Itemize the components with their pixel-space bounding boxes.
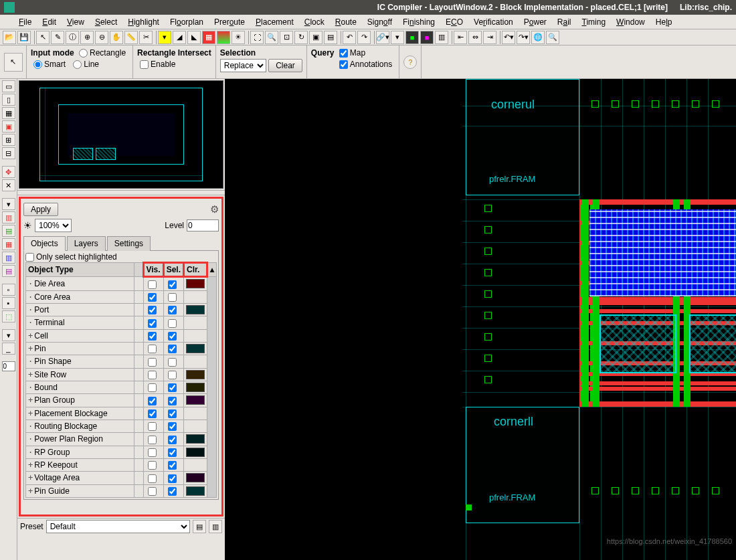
tab-objects[interactable]: Objects (23, 236, 66, 251)
sel-checkbox[interactable] (168, 461, 177, 470)
vis-checkbox[interactable] (148, 409, 157, 418)
redo-view-icon[interactable]: ↷ (357, 31, 371, 44)
grid-icon[interactable]: ▦ (202, 31, 215, 44)
tab-layers[interactable]: Layers (67, 236, 106, 251)
vis-checkbox[interactable] (148, 448, 157, 457)
layer-b-icon[interactable]: ▤ (324, 31, 337, 44)
tool-1-icon[interactable]: ▭ (2, 80, 15, 92)
ruler-icon[interactable]: 📏 (124, 31, 138, 44)
tool-move-icon[interactable]: ✥ (2, 166, 15, 178)
refresh-icon[interactable]: ↻ (294, 31, 308, 44)
layout-canvas[interactable]: cornerul pfrelr.FRAM cornerll pfrelr.FRA… (225, 79, 736, 560)
block-b-icon[interactable]: ■ (420, 31, 434, 44)
table-row[interactable]: +RP Keepout (26, 458, 217, 471)
sel-checkbox[interactable] (168, 448, 177, 457)
clear-hl-icon[interactable]: ◣ (187, 31, 201, 44)
table-row[interactable]: +Plan Group (26, 394, 217, 407)
only-select-highlighted[interactable]: Only select highlighted (25, 252, 117, 262)
save-icon[interactable]: 💾 (17, 31, 31, 44)
menu-verification[interactable]: Verification (468, 16, 519, 28)
color-swatch[interactable] (186, 370, 205, 379)
redo-icon[interactable]: ↷▾ (517, 31, 530, 44)
sel-checkbox[interactable] (168, 474, 177, 483)
menu-timing[interactable]: Timing (577, 16, 612, 28)
table-row[interactable]: ·Power Plan Region (26, 433, 217, 446)
hier-icon[interactable]: ▾ (391, 31, 404, 44)
overview-map[interactable] (19, 80, 223, 189)
menu-clock[interactable]: Clock (299, 16, 330, 28)
query-map[interactable]: Map (337, 48, 368, 58)
vis-checkbox[interactable] (148, 371, 157, 379)
tab-settings[interactable]: Settings (107, 236, 151, 251)
sel-checkbox[interactable] (168, 397, 177, 405)
tool-b-icon[interactable]: ▤ (2, 225, 15, 237)
tool-c-icon[interactable]: ▦ (2, 238, 15, 250)
menu-file[interactable]: File (13, 16, 37, 28)
table-row[interactable]: ·Core Area (26, 290, 217, 303)
rect-intersect-enable[interactable]: Enable (137, 59, 178, 70)
layer-a-icon[interactable]: ▣ (309, 31, 323, 44)
table-row[interactable]: ·Port (26, 303, 217, 316)
tool-h-icon[interactable]: ⬚ (2, 310, 15, 322)
table-row[interactable]: ·Bound (26, 381, 217, 393)
sel-checkbox[interactable] (168, 383, 177, 392)
table-row[interactable]: ·Terminal (26, 316, 217, 329)
highlight-icon[interactable]: ◢ (173, 31, 186, 44)
table-row[interactable]: +Pin (26, 342, 217, 355)
net-icon[interactable]: 🔗▾ (376, 31, 389, 44)
congestion-icon[interactable]: ▥ (435, 31, 448, 44)
sel-checkbox[interactable] (168, 280, 177, 289)
pointer-icon[interactable]: ↖ (36, 31, 50, 44)
table-row[interactable]: ·Pin Shape (26, 355, 217, 368)
vis-checkbox[interactable] (148, 422, 157, 431)
panel-resize-handle[interactable] (17, 190, 225, 195)
col-clr[interactable]: Clr. (184, 263, 207, 277)
color-swatch[interactable] (186, 383, 205, 392)
menu-edit[interactable]: Edit (37, 16, 62, 28)
mode-line[interactable]: Line (70, 59, 102, 70)
tool-g-icon[interactable]: ▪ (2, 297, 15, 309)
color-swatch[interactable] (186, 344, 205, 353)
vis-checkbox[interactable] (148, 461, 157, 470)
menu-placement[interactable]: Placement (250, 16, 299, 28)
apply-button[interactable]: Apply (23, 203, 58, 216)
vis-checkbox[interactable] (148, 383, 157, 392)
tool-4-icon[interactable]: ▣ (2, 120, 15, 132)
menu-power[interactable]: Power (519, 16, 552, 28)
undo-icon[interactable]: ↶▾ (502, 31, 515, 44)
zoom-sel-icon[interactable]: 🔍 (265, 31, 278, 44)
block-a-icon[interactable]: ■ (405, 31, 419, 44)
col-vis[interactable]: Vis. (143, 263, 163, 277)
menu-signoff[interactable]: Signoff (362, 16, 397, 28)
tool-del-icon[interactable]: ✕ (2, 179, 15, 191)
tool-5-icon[interactable]: ⊞ (2, 134, 15, 146)
vis-checkbox[interactable] (148, 358, 157, 367)
color-swatch[interactable] (186, 395, 205, 405)
coord-input[interactable] (2, 361, 15, 371)
fit-icon[interactable]: ⛶ (250, 31, 264, 44)
tool-6-icon[interactable]: ⊟ (2, 147, 15, 159)
scrollbar[interactable] (207, 277, 217, 498)
menu-preroute[interactable]: Preroute (209, 16, 250, 28)
menu-rail[interactable]: Rail (552, 16, 577, 28)
clear-button[interactable]: Clear (268, 59, 302, 72)
menu-select[interactable]: Select (90, 16, 122, 28)
table-row[interactable]: +Voltage Area (26, 472, 217, 484)
sel-checkbox[interactable] (168, 371, 177, 379)
table-row[interactable]: ·Die Area (26, 277, 217, 290)
open-icon[interactable]: 📂 (3, 31, 16, 44)
sel-checkbox[interactable] (168, 409, 177, 418)
sel-checkbox[interactable] (168, 422, 177, 431)
preset-select[interactable]: Default (46, 520, 190, 533)
table-row[interactable]: +Cell (26, 329, 217, 342)
scroll-up-icon[interactable]: ▴ (207, 263, 217, 277)
vis-checkbox[interactable] (148, 280, 157, 289)
vis-checkbox[interactable] (148, 397, 157, 405)
vis-checkbox[interactable] (148, 306, 157, 314)
menu-floorplan[interactable]: Floorplan (165, 16, 209, 28)
vis-checkbox[interactable] (148, 332, 157, 341)
align-r-icon[interactable]: ⇥ (483, 31, 496, 44)
query-annotations[interactable]: Annotations (337, 59, 395, 70)
tool-tree-icon[interactable]: ▾ (2, 329, 15, 341)
help-icon[interactable]: ? (403, 56, 417, 69)
